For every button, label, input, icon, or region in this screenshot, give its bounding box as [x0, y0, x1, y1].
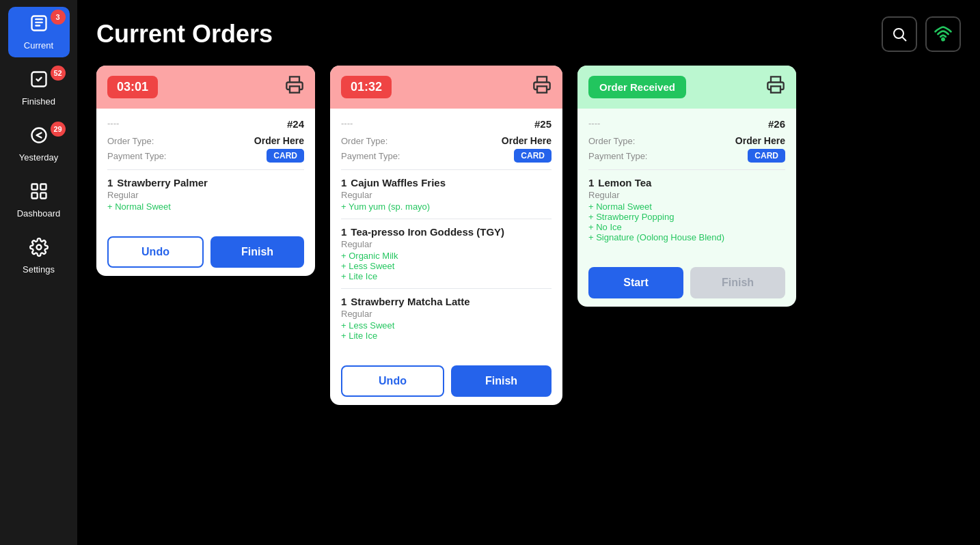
order-26-print-icon[interactable]	[766, 75, 785, 99]
order-26-item-0: 1 Lemon Tea Regular + Normal Sweet + Str…	[588, 177, 785, 242]
order-25-body: ---- #25 Order Type: Order Here Payment …	[330, 109, 562, 357]
current-badge: 3	[51, 10, 66, 25]
yesterday-badge: 29	[51, 122, 66, 137]
order-25-item-0-size: Regular	[341, 190, 552, 200]
order-25-header: 01:32	[330, 66, 562, 109]
svg-rect-8	[31, 193, 37, 198]
order-26-type-value: Order Here	[735, 135, 785, 146]
yesterday-icon	[29, 126, 49, 150]
order-24-payment-label: Payment Type:	[107, 151, 166, 161]
order-24-type-row: Order Type: Order Here	[107, 135, 304, 146]
order-26-payment-label: Payment Type:	[588, 151, 647, 161]
order-25-item-2-mod-0: + Less Sweet	[341, 320, 552, 331]
sidebar-item-yesterday[interactable]: 29 Yesterday	[8, 119, 70, 169]
order-25-item-2-size: Regular	[341, 309, 552, 319]
sidebar-item-settings-label: Settings	[23, 264, 55, 275]
order-26-payment-row: Payment Type: CARD	[588, 149, 785, 163]
order-25-divider-1	[341, 219, 552, 219]
settings-icon	[29, 238, 49, 262]
wifi-button[interactable]	[925, 16, 961, 52]
order-24-type-value: Order Here	[254, 135, 304, 146]
order-24-item-0: 1 Strawberry Palmer Regular + Normal Swe…	[107, 177, 304, 212]
svg-point-5	[31, 128, 46, 143]
svg-rect-15	[537, 86, 547, 92]
search-button[interactable]	[882, 16, 917, 52]
order-26-type-label: Order Type:	[588, 136, 635, 146]
dashboard-icon	[29, 182, 49, 206]
order-24-footer: Undo Finish	[96, 228, 315, 276]
order-26-type-row: Order Type: Order Here	[588, 135, 785, 146]
main-content: Current Orders 03:01	[77, 0, 980, 545]
order-26-item-0-mod-2: + No Ice	[588, 222, 785, 232]
order-26-item-0-name-row: 1 Lemon Tea	[588, 177, 785, 188]
order-26-received-badge: Order Received	[588, 76, 686, 98]
sidebar-item-dashboard[interactable]: Dashboard	[8, 175, 70, 225]
order-25-item-1-mod-2: + Lite Ice	[341, 271, 552, 281]
order-26-item-0-size: Regular	[588, 190, 785, 200]
order-24-finish-button[interactable]: Finish	[210, 236, 304, 268]
svg-rect-7	[40, 184, 46, 190]
svg-point-11	[894, 29, 903, 38]
sidebar-item-finished[interactable]: 52 Finished	[8, 63, 70, 113]
order-26-header: Order Received	[577, 66, 796, 109]
order-25-dashes: ----	[341, 118, 353, 128]
order-25-item-1: 1 Tea-presso Iron Goddess (TGY) Regular …	[341, 226, 552, 281]
order-24-timer: 03:01	[107, 76, 158, 98]
sidebar: 3 Current 52 Finished 29	[0, 0, 77, 545]
order-24-type-label: Order Type:	[107, 136, 154, 146]
order-25-divider-0	[341, 169, 552, 170]
order-25-item-2-mod-1: + Lite Ice	[341, 331, 552, 341]
order-24-item-0-name: Strawberry Palmer	[117, 177, 208, 188]
orders-list: 03:01 ---- #24 Order Type: Order Here	[96, 66, 961, 405]
order-24-payment-row: Payment Type: CARD	[107, 149, 304, 163]
sidebar-item-current[interactable]: 3 Current	[8, 7, 70, 57]
order-25-footer: Undo Finish	[330, 357, 562, 405]
order-26-item-0-name: Lemon Tea	[598, 177, 651, 188]
order-25-item-2-qty: 1	[341, 296, 346, 307]
sidebar-item-yesterday-label: Yesterday	[19, 152, 58, 163]
order-26-payment-badge: CARD	[748, 149, 785, 163]
finished-badge: 52	[51, 66, 66, 81]
order-25-payment-label: Payment Type:	[341, 151, 400, 161]
order-card-25: 01:32 ---- #25 Order Type: Order Here	[330, 66, 562, 405]
order-25-item-1-name-row: 1 Tea-presso Iron Goddess (TGY)	[341, 226, 552, 238]
order-26-item-0-mod-0: + Normal Sweet	[588, 201, 785, 212]
order-24-print-icon[interactable]	[285, 75, 304, 99]
order-24-item-0-name-row: 1 Strawberry Palmer	[107, 177, 304, 188]
order-25-type-row: Order Type: Order Here	[341, 135, 552, 146]
svg-rect-6	[31, 184, 37, 190]
order-24-divider	[107, 169, 304, 170]
sidebar-item-current-label: Current	[24, 40, 53, 51]
order-25-item-2: 1 Strawberry Matcha Latte Regular + Less…	[341, 296, 552, 341]
order-25-item-1-qty: 1	[341, 226, 346, 238]
order-25-item-0-name: Cajun Waffles Fries	[351, 177, 446, 188]
order-25-item-0-mod-0: + Yum yum (sp. mayo)	[341, 201, 552, 212]
order-26-meta-top: ---- #26	[588, 118, 785, 130]
order-26-body: ---- #26 Order Type: Order Here Payment …	[577, 109, 796, 259]
order-24-undo-button[interactable]: Undo	[107, 236, 204, 268]
order-25-item-0-qty: 1	[341, 177, 346, 188]
order-26-item-0-qty: 1	[588, 177, 594, 188]
order-25-item-1-mod-0: + Organic Milk	[341, 251, 552, 261]
order-25-item-0: 1 Cajun Waffles Fries Regular + Yum yum …	[341, 177, 552, 212]
order-25-type-value: Order Here	[502, 135, 552, 146]
svg-point-10	[36, 245, 41, 250]
sidebar-item-dashboard-label: Dashboard	[17, 208, 61, 219]
page-header: Current Orders	[96, 16, 961, 52]
sidebar-item-settings[interactable]: Settings	[8, 231, 70, 281]
order-24-dashes: ----	[107, 118, 119, 128]
order-25-item-2-name-row: 1 Strawberry Matcha Latte	[341, 296, 552, 307]
order-25-finish-button[interactable]: Finish	[451, 365, 552, 397]
order-25-item-1-mod-1: + Less Sweet	[341, 261, 552, 271]
order-24-number: #24	[287, 118, 304, 130]
order-24-item-0-qty: 1	[107, 177, 113, 188]
order-26-start-button[interactable]: Start	[588, 267, 683, 298]
order-26-dashes: ----	[588, 118, 600, 128]
order-25-number: #25	[534, 118, 552, 130]
order-24-body: ---- #24 Order Type: Order Here Payment …	[96, 109, 315, 228]
order-25-undo-button[interactable]: Undo	[341, 365, 444, 397]
order-24-payment-badge: CARD	[267, 149, 304, 163]
order-26-finish-button: Finish	[690, 267, 785, 298]
order-25-print-icon[interactable]	[532, 75, 552, 99]
order-25-item-2-name: Strawberry Matcha Latte	[351, 296, 469, 307]
